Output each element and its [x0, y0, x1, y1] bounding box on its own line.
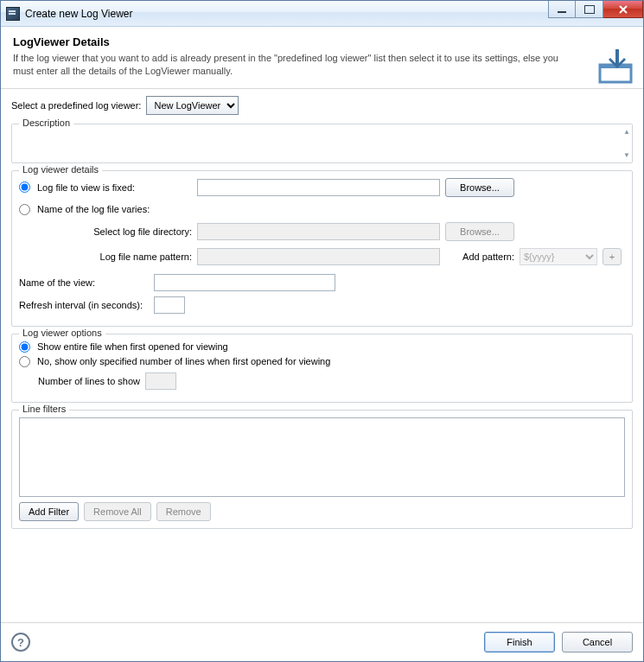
varies-radio[interactable]	[19, 204, 30, 215]
scroll-down-icon[interactable]: ▼	[623, 151, 630, 159]
page-subtitle: If the log viewer that you want to add i…	[13, 52, 566, 78]
fixed-radio[interactable]	[19, 181, 30, 193]
predefined-row: Select a predefined log viewer: New LogV…	[11, 96, 633, 115]
page-title: LogViewer Details	[13, 35, 631, 48]
dir-input[interactable]	[197, 223, 440, 240]
button-bar: ? Finish Cancel	[1, 622, 643, 661]
fixed-file-input[interactable]	[197, 179, 440, 196]
fixed-radio-label: Log file to view is fixed:	[37, 182, 135, 193]
header-banner: LogViewer Details If the log viewer that…	[1, 27, 643, 89]
n-lines-label: Number of lines to show	[38, 376, 140, 386]
finish-button[interactable]: Finish	[484, 632, 555, 652]
show-all-radio[interactable]	[19, 341, 30, 353]
content-area: Select a predefined log viewer: New LogV…	[1, 89, 643, 622]
pattern-label: Log file name pattern:	[19, 251, 192, 262]
filters-legend: Line filters	[19, 404, 69, 414]
predefined-label: Select a predefined log viewer:	[11, 100, 141, 111]
maximize-button[interactable]	[576, 1, 603, 18]
refresh-input[interactable]	[154, 296, 185, 314]
add-pattern-select[interactable]: ${yyyy}	[520, 248, 597, 265]
add-pattern-label: Add pattern:	[445, 251, 514, 262]
add-pattern-button[interactable]: +	[603, 248, 622, 265]
options-legend: Log viewer options	[19, 328, 105, 338]
details-group: Log viewer details Log file to view is f…	[11, 170, 633, 327]
predefined-select[interactable]: New LogViewer	[146, 96, 239, 115]
filters-list[interactable]	[19, 417, 625, 497]
description-textarea[interactable]	[12, 124, 632, 161]
show-all-label: Show entire file when first opened for v…	[37, 341, 228, 352]
options-group: Log viewer options Show entire file when…	[11, 334, 633, 403]
window-controls	[548, 1, 643, 18]
cancel-button[interactable]: Cancel	[562, 632, 633, 652]
remove-all-button[interactable]: Remove All	[84, 502, 151, 521]
n-lines-input[interactable]	[145, 372, 176, 390]
remove-button[interactable]: Remove	[156, 502, 211, 521]
fixed-browse-button[interactable]: Browse...	[445, 178, 514, 197]
dir-browse-button[interactable]: Browse...	[445, 222, 514, 241]
add-filter-button[interactable]: Add Filter	[19, 502, 79, 521]
details-legend: Log viewer details	[19, 164, 102, 175]
window-title: Create new Log Viewer	[25, 8, 133, 20]
filters-group: Line filters Add Filter Remove All Remov…	[11, 410, 633, 529]
titlebar: Create new Log Viewer	[1, 1, 643, 27]
show-n-label: No, show only specified number of lines …	[37, 356, 330, 366]
view-name-label: Name of the view:	[19, 277, 149, 288]
close-button[interactable]	[603, 1, 643, 18]
import-icon	[596, 48, 634, 89]
description-scroll[interactable]: ▲ ▼	[623, 128, 630, 159]
pattern-input[interactable]	[197, 248, 440, 265]
minimize-button[interactable]	[548, 1, 576, 18]
dir-label: Select log file directory:	[19, 226, 192, 237]
refresh-label: Refresh interval (in seconds):	[19, 300, 149, 310]
dialog-window: Create new Log Viewer LogViewer Details …	[0, 0, 644, 662]
varies-radio-label: Name of the log file varies:	[37, 204, 150, 214]
scroll-up-icon[interactable]: ▲	[623, 128, 630, 136]
show-n-radio[interactable]	[19, 356, 30, 367]
description-legend: Description	[19, 118, 73, 128]
view-name-input[interactable]	[154, 274, 335, 291]
description-group: Description ▲ ▼	[11, 124, 633, 163]
app-icon	[6, 7, 20, 21]
help-icon[interactable]: ?	[11, 633, 30, 652]
